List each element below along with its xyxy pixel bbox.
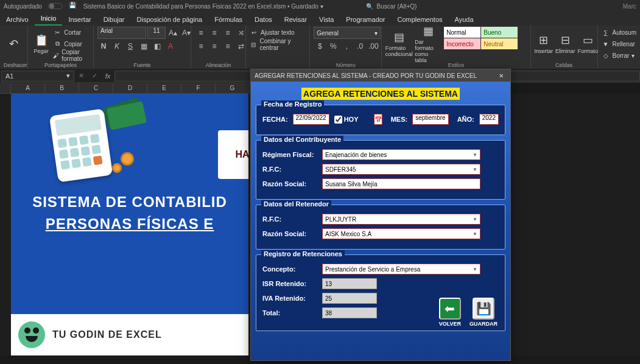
rfc-label: R.F.C: xyxy=(262,166,317,173)
percent-button[interactable]: % xyxy=(327,40,339,52)
border-button[interactable]: ▦ xyxy=(138,40,150,52)
menu-programador[interactable]: Programador xyxy=(340,13,391,26)
font-color-button[interactable]: A xyxy=(164,40,177,52)
search-placeholder: Buscar (Alt+Q) xyxy=(377,3,417,10)
select-all-corner[interactable] xyxy=(0,83,11,94)
merge-center-button[interactable]: ⊟Combinar y centrar xyxy=(250,39,306,50)
autosave-toggle[interactable] xyxy=(48,3,63,9)
menu-vista[interactable]: Vista xyxy=(313,13,340,26)
style-neutral[interactable]: Neutral xyxy=(481,38,518,49)
search-box[interactable]: 🔍 Buscar (Alt+Q) xyxy=(366,3,417,10)
number-format-select[interactable]: General▾ xyxy=(314,27,381,39)
col-header[interactable]: E xyxy=(147,83,181,94)
razon-label: Razón Social: xyxy=(262,180,317,187)
format-cells-button[interactable]: ▭Formato xyxy=(578,27,599,61)
legend-contrib: Datos del Contribuyente xyxy=(261,136,343,143)
accept-formula-icon[interactable]: ✓ xyxy=(88,72,101,80)
col-header[interactable]: C xyxy=(79,83,113,94)
format-table-button[interactable]: ▦Dar formato como tabla xyxy=(415,27,441,61)
menu-datos[interactable]: Datos xyxy=(248,13,278,26)
godin-face-icon xyxy=(18,321,45,348)
style-normal[interactable]: Normal xyxy=(444,27,480,38)
paste-button[interactable]: 📋Pegar xyxy=(32,27,51,61)
col-header[interactable]: A xyxy=(11,83,45,94)
legend-fecha: Fecha de Registro xyxy=(261,100,324,108)
cancel-formula-icon[interactable]: ✕ xyxy=(74,72,88,80)
col-header[interactable]: D xyxy=(113,83,147,94)
format-painter-button[interactable]: 🖌Copiar formato xyxy=(53,50,90,61)
copy-button[interactable]: ⧉Copiar xyxy=(53,38,90,49)
poster-line1: SISTEMA DE CONTABILID xyxy=(17,194,242,211)
menu-formulas[interactable]: Fórmulas xyxy=(208,13,248,26)
delete-cells-button[interactable]: ⊟Eliminar xyxy=(555,27,575,61)
fecha-input[interactable]: 22/09/2022 xyxy=(293,114,329,125)
menu-revisar[interactable]: Revisar xyxy=(278,13,313,26)
menu-archivo[interactable]: Archivo xyxy=(0,13,35,26)
alignment-grid[interactable]: ≡≡≡⤭ ≡≡≡⇄ xyxy=(195,27,247,52)
italic-button[interactable]: K xyxy=(111,40,123,52)
group-undo: Deshacer xyxy=(4,62,24,69)
isr-input[interactable]: 13 xyxy=(322,278,377,289)
chevron-down-icon: ▼ xyxy=(473,231,477,237)
razon-input[interactable]: Susana Silva Mejía xyxy=(322,178,480,189)
close-icon[interactable]: ✕ xyxy=(496,72,507,79)
menu-complementos[interactable]: Complementos xyxy=(392,13,449,26)
volver-button[interactable]: ⬅ VOLVER xyxy=(439,298,461,327)
seal-badge: HA xyxy=(218,130,248,179)
style-incorrecto[interactable]: Incorrecto xyxy=(444,38,480,49)
iva-input[interactable]: 25 xyxy=(322,293,377,304)
col-header[interactable]: G xyxy=(216,83,250,94)
guardar-button[interactable]: 💾 GUARDAR xyxy=(469,298,498,327)
regimen-label: Régimen Fiscal: xyxy=(262,151,317,158)
fecha-label: FECHA: xyxy=(262,116,288,123)
merge-icon: ⊟ xyxy=(250,41,257,48)
sigma-icon: ∑ xyxy=(602,29,610,36)
font-name-select[interactable]: Arial xyxy=(97,27,146,39)
align-top-icon[interactable]: ≡ xyxy=(195,27,207,39)
currency-button[interactable]: $ xyxy=(314,40,326,52)
rfc-select[interactable]: SDFER345▼ xyxy=(322,164,480,175)
clear-button[interactable]: ◇Borrar ▾ xyxy=(602,50,635,61)
legend-registro: Registro de Retenciones xyxy=(261,250,345,257)
wrap-text-button[interactable]: ↩Ajustar texto xyxy=(250,27,295,38)
style-bueno[interactable]: Bueno xyxy=(481,27,518,38)
fill-color-button[interactable]: ◧ xyxy=(151,40,163,52)
concepto-select[interactable]: Prestanción de Servicio a Empresa▼ xyxy=(322,264,480,275)
conditional-format-button[interactable]: ▤Formato condicional xyxy=(385,27,412,61)
calendar-icon[interactable]: 📅 xyxy=(374,114,382,125)
wrap-icon: ↩ xyxy=(250,29,258,36)
col-header[interactable]: B xyxy=(45,83,79,94)
bold-button[interactable]: N xyxy=(97,40,110,52)
floppy-icon: 💾 xyxy=(473,298,494,320)
save-icon[interactable]: 💾 xyxy=(69,2,77,10)
cut-button[interactable]: ✂Cortar xyxy=(53,27,90,38)
mes-input[interactable]: septiembre xyxy=(412,114,448,125)
menu-inicio[interactable]: Inicio xyxy=(35,12,63,26)
regimen-select[interactable]: Enajenación de bienes▼ xyxy=(322,149,480,160)
ret-rfc-select[interactable]: PLKJUYTR▼ xyxy=(322,214,480,225)
comma-button[interactable]: , xyxy=(340,40,353,52)
increase-font-icon[interactable]: A▴ xyxy=(167,27,179,39)
decrease-font-icon[interactable]: A▾ xyxy=(180,27,192,39)
fill-button[interactable]: ▼Rellenar xyxy=(602,38,635,49)
user-name[interactable]: Marc xyxy=(623,3,636,10)
chevron-down-icon: ▼ xyxy=(473,267,477,272)
insert-cells-button[interactable]: ⊞Insertar xyxy=(535,27,554,61)
inc-decimals-button[interactable]: .0 xyxy=(354,40,366,52)
autosum-button[interactable]: ∑Autosum xyxy=(602,27,636,38)
name-box[interactable]: A1▾ xyxy=(1,71,74,82)
ret-razon-select[interactable]: AISK Mexico S.A▼ xyxy=(322,228,480,239)
modal-titlebar[interactable]: AGREGAR RETENCIONES AL SISTEMA - CREADO … xyxy=(251,69,510,82)
menu-disposicion[interactable]: Disposición de página xyxy=(131,13,209,26)
col-header[interactable]: F xyxy=(181,83,216,94)
fx-button[interactable]: fx xyxy=(101,72,114,80)
hoy-checkbox[interactable]: HOY xyxy=(334,116,369,124)
menu-insertar[interactable]: Insertar xyxy=(62,13,97,26)
underline-button[interactable]: S xyxy=(124,40,136,52)
font-size-select[interactable]: 11 xyxy=(147,27,166,39)
menu-ayuda[interactable]: Ayuda xyxy=(449,13,480,26)
undo-button[interactable]: ↶ xyxy=(4,27,24,61)
ano-input[interactable]: 2022 xyxy=(479,114,499,125)
menu-dibujar[interactable]: Dibujar xyxy=(97,13,131,26)
dec-decimals-button[interactable]: .00 xyxy=(367,40,379,52)
